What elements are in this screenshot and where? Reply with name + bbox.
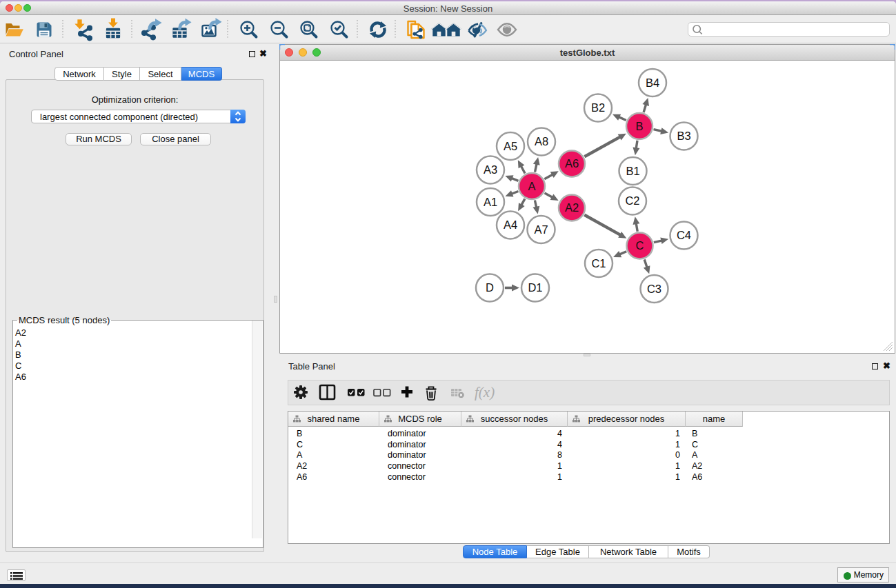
svg-text:A3: A3 — [484, 163, 497, 176]
svg-text:A: A — [528, 180, 535, 192]
svg-text:C: C — [636, 239, 644, 252]
svg-text:C4: C4 — [677, 229, 691, 241]
svg-text:C3: C3 — [647, 283, 661, 295]
svg-text:B3: B3 — [677, 130, 690, 142]
svg-text:B4: B4 — [646, 77, 659, 89]
svg-text:D: D — [486, 281, 494, 294]
svg-text:C1: C1 — [591, 257, 606, 270]
svg-text:f(x): f(x) — [475, 384, 495, 401]
svg-text:A6: A6 — [565, 157, 579, 170]
svg-text:B1: B1 — [626, 165, 639, 177]
svg-text:D1: D1 — [528, 281, 542, 294]
svg-text:A7: A7 — [534, 223, 548, 236]
svg-text:A4: A4 — [504, 219, 517, 231]
svg-text:B: B — [635, 120, 643, 132]
svg-text:C2: C2 — [625, 194, 639, 207]
svg-text:A5: A5 — [504, 140, 517, 152]
svg-text:A2: A2 — [565, 201, 579, 214]
svg-text:A1: A1 — [484, 196, 497, 208]
svg-text:B2: B2 — [591, 101, 605, 114]
svg-text:A8: A8 — [535, 135, 548, 148]
